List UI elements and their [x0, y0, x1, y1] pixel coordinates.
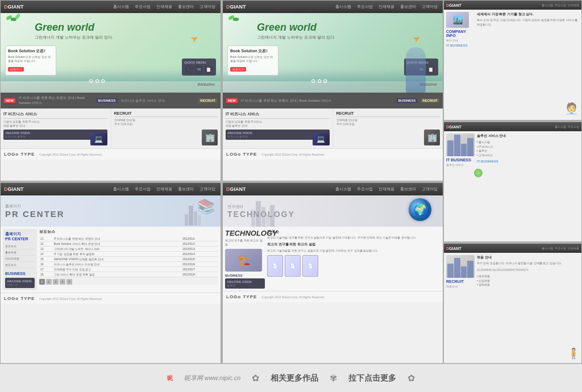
nav-item[interactable]: 고객마당: [198, 186, 217, 193]
right-nav-item[interactable]: 인재채용: [568, 247, 579, 250]
nav-item[interactable]: 홈시스템: [111, 186, 131, 193]
table-title[interactable]: 인재채용 우수 인재 모집 공고: [53, 267, 181, 272]
page-3[interactable]: 3: [53, 279, 59, 285]
tech-subtitle: 최고의 연구를 위한 최고의 설립: [225, 239, 265, 247]
nav-1: 홈시스템 주요사업 인재채용 홍보센터 고객마당: [111, 3, 217, 10]
tech-banner: 연구센터 TECHNOLOGY 🌍: [223, 195, 443, 227]
business-image: 💻: [90, 133, 107, 145]
table-title[interactable]: AMAZONE VISION 신제품 발표회 안내: [53, 257, 181, 262]
table-title[interactable]: Book Solution 서비스 확대 운영 안내: [53, 241, 181, 247]
preview-header-3: DGIANT 홈시스템 주요사업 인재채용 홍보센터 고객마당: [1, 183, 221, 195]
right-nav-item[interactable]: 홈시스템: [542, 3, 553, 7]
recruit-item[interactable]: • 경력채용: [477, 283, 579, 287]
quick-icon-book[interactable]: 📋: [205, 65, 213, 73]
it-item[interactable]: • IT 비즈니스: [477, 145, 579, 149]
it-business-badge: IT BUSINESS: [477, 159, 579, 164]
table-title[interactable]: IT 기업 성장을 위한 투자 설명회: [53, 252, 181, 257]
recruit-item[interactable]: • 해외채용: [477, 274, 579, 279]
right-header-1: DGIANT 홈시스템 주요사업 인재채용: [444, 1, 581, 10]
pr-amazone-box: AMAZONE VISION 비즈니스: [5, 278, 35, 288]
table-num: 17: [39, 267, 53, 272]
pr-sidebar-item[interactable]: 홍보자료: [5, 249, 35, 256]
nav-2: 홈시스템 주요사업 인재채용 홍보센터 고객마당: [334, 3, 439, 10]
nav-item[interactable]: 고객마당: [198, 3, 217, 10]
green-world-title-2: Green world: [257, 22, 317, 34]
person-silhouette-2: [406, 47, 426, 93]
nav-item[interactable]: 홍보센터: [398, 3, 418, 10]
book-solution-text: Book Solution으로 신뢰성 있는 제품을 제공해 드립니다: [8, 55, 53, 62]
page-4[interactable]: 4: [60, 279, 65, 285]
nav-item[interactable]: 인재채용: [155, 3, 174, 10]
business-block-2: IT 비즈니스 서비스 기업의 성과를 위한 IT서비스제공 솔루션 안내 💻 …: [223, 109, 332, 148]
table-num: 13: [39, 247, 53, 252]
nav-item[interactable]: 홍보센터: [398, 186, 418, 193]
quick-icon-book-2[interactable]: 📋: [427, 65, 435, 73]
table-title[interactable]: 비즈니스 솔루션 서비스 리뉴얼 안내: [53, 262, 181, 267]
nav-item[interactable]: 주요사업: [355, 186, 375, 193]
page-5[interactable]: 5: [66, 279, 72, 285]
nav-item[interactable]: 고객마당: [420, 186, 439, 193]
book-solution-button-2[interactable]: 바로가기: [230, 67, 246, 72]
right-nav-item[interactable]: 홈시스템: [542, 247, 553, 250]
building-bar: [454, 258, 460, 278]
pr-sidebar-item[interactable]: 이미지자료: [5, 256, 35, 262]
nav-item[interactable]: 주요사업: [133, 186, 152, 193]
logo-type-label: LOGo TYPE: [4, 152, 35, 157]
nav-item[interactable]: 홍보센터: [176, 186, 196, 193]
building-preview: [446, 134, 475, 156]
right-nav-item[interactable]: 주요사업: [555, 3, 566, 7]
company-tagline: 세계에서 가장 빠른 기거를 찾고 싶다.: [477, 12, 579, 17]
tech-amazone-sub: 솔루션: [227, 283, 263, 287]
nav-item[interactable]: 주요사업: [133, 3, 152, 10]
separator-icon: ✾: [330, 373, 337, 383]
green-banner-1: Green world 그린에너지 개발 노하우는 포크에 달리 있다. ➤ B…: [1, 13, 221, 93]
table-title[interactable]: IT 비즈니스를 위한 최신 트렌드 안내: [53, 236, 181, 241]
right-nav-item[interactable]: 인재채용: [568, 3, 579, 7]
nav-item[interactable]: 인재채용: [377, 186, 396, 193]
recruit-item[interactable]: • 신입채용: [477, 279, 579, 283]
page-2[interactable]: 2: [46, 279, 52, 285]
book-solution-button[interactable]: 바로가기: [8, 67, 24, 72]
nav-item[interactable]: 홈시스템: [334, 186, 353, 193]
nav-item[interactable]: 인재채용: [377, 3, 396, 10]
nav-item[interactable]: 고객마당: [420, 3, 439, 10]
nav-item[interactable]: 홈시스템: [111, 3, 131, 10]
right-nav-item[interactable]: 주요사업: [555, 247, 566, 250]
panel-technology: DGIANT 홈시스템 주요사업 인재채용 홍보센터 고객마당 연구센터 TEC…: [222, 182, 443, 364]
nav-item[interactable]: 주요사업: [355, 3, 375, 10]
quick-icon-mail[interactable]: ✉: [195, 65, 203, 73]
nav-item[interactable]: 인재채용: [155, 186, 174, 193]
it-item[interactable]: • 솔루션: [477, 149, 579, 153]
table-num: 14: [39, 252, 53, 257]
pr-sidebar-item[interactable]: 보도뉴스: [5, 262, 35, 268]
leaf-decoration: [233, 17, 239, 22]
right-nav-item[interactable]: 주요사업: [568, 125, 579, 128]
recruit-block-2: RECRUIT 인재채용 안내 및우수 인재 모집 🏢: [334, 109, 443, 148]
right-nav-item[interactable]: 홈시스템: [555, 125, 566, 128]
logo-type-label-2: LOGo TYPE: [226, 152, 257, 157]
tech-business-section: BUSINESS AMAZONE VISION 솔루션: [225, 274, 265, 289]
nav-item[interactable]: 홍보센터: [176, 3, 196, 10]
pr-sidebar-item[interactable]: 보도뉴스: [5, 243, 35, 249]
recruit-items: • 해외채용 • 신입채용 • 경력채용: [477, 274, 579, 287]
business-block: IT 비즈니스 서비스 기업의 성과를 위한 IT서비스제공 솔루션 안내 💻 …: [1, 109, 110, 148]
quick-icon-phone[interactable]: 📞: [185, 65, 193, 73]
table-title[interactable]: 그린에너지 개발 노하우 세미나 개최: [53, 247, 181, 252]
leaf-decoration: [14, 13, 21, 19]
news-table: 11 IT 비즈니스를 위한 최신 트렌드 안내 2012/01/1 12 Bo…: [39, 236, 218, 277]
table-row: 12 Book Solution 서비스 확대 운영 안내 2012/01/2: [39, 241, 218, 247]
page-1[interactable]: 1: [39, 279, 45, 285]
flower-decoration-2: ✿ ✿ ✿: [311, 78, 328, 84]
logo-area-info-4: Copyright 2012 DGiant Corp. All Rights R…: [261, 295, 439, 299]
it-item[interactable]: • 홈시스템: [477, 140, 579, 145]
preview-header-1: DGIANT 홈시스템 주요사업 인재채용 홍보센터 고객마당: [1, 1, 221, 13]
nav-item[interactable]: 홈시스템: [334, 3, 353, 10]
it-business-title: IT BUSINESS: [446, 158, 475, 162]
table-title[interactable]: 그린 서비스 확대 운영 계획 발표: [53, 272, 181, 277]
pr-content: 홈페이지PR CENTER 보도뉴스 홍보자료 이미지자료 보도뉴스 BUSIN…: [1, 227, 221, 293]
logo-type-label-4: LOGo TYPE: [226, 294, 257, 299]
business-sub-2: 기업의 성과를 위한 IT서비스제공 솔루션 안내: [226, 120, 330, 128]
it-item[interactable]: • 고객서비스: [477, 153, 579, 158]
book-solution-box-2: Book Solution 오픈! Book Solution으로 신뢰성 있는…: [227, 45, 278, 76]
green-dot: [474, 169, 483, 177]
